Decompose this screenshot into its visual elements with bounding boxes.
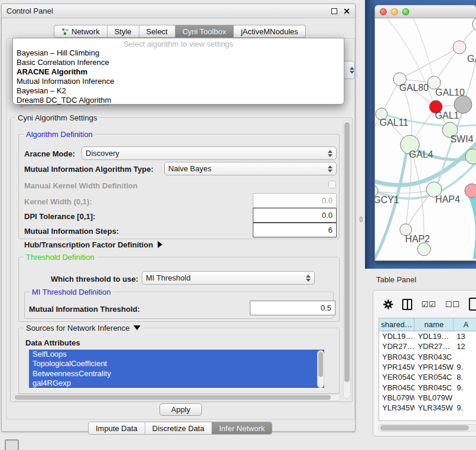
- table-toolbar: ☑☑ ☐☐: [373, 291, 476, 318]
- unselect-all-columns-icon[interactable]: ☐☐: [445, 300, 460, 309]
- table-row[interactable]: YPR145WYPR145W9.: [379, 362, 476, 372]
- table-cell: YLR345W: [415, 403, 454, 412]
- which-threshold-value: MI Threshold: [146, 273, 191, 282]
- bottom-tab-infer-network[interactable]: Infer Network: [212, 422, 272, 434]
- table-header-name[interactable]: name: [415, 318, 454, 331]
- network-icon: [61, 28, 69, 35]
- table-cell: YBR043C: [415, 353, 454, 361]
- table-header-shared[interactable]: shared…: [379, 318, 415, 331]
- tab-jactivemnodules[interactable]: jActiveMNodules: [234, 25, 305, 37]
- node-label-hap4: HAP4: [435, 194, 460, 204]
- aracne-mode-combo[interactable]: Discovery: [81, 146, 337, 160]
- network-window-titlebar[interactable]: [375, 5, 476, 18]
- tab-style[interactable]: Style: [107, 25, 139, 37]
- attributes-list-scrollbar[interactable]: [317, 350, 324, 388]
- attribute-item-gal4rgexp[interactable]: gal4RGexp: [29, 379, 324, 388]
- algorithm-option-bayesian-k2[interactable]: Bayesian – K2: [13, 86, 344, 96]
- table-row[interactable]: YDL19…YDL19…13: [379, 331, 476, 341]
- network-edge: [375, 190, 434, 193]
- table-row[interactable]: YIL052CYIL052C9: [379, 413, 476, 416]
- algorithm-option-bayesian-hill-climbing[interactable]: Bayesian – Hill Climbing: [13, 48, 344, 58]
- table-rows: YDL19…YDL19…13YDR27…YDR27…12YBR043CYBR04…: [379, 331, 476, 416]
- combo-stepper-icon: [328, 165, 332, 172]
- apply-button[interactable]: Apply: [159, 403, 202, 416]
- algorithm-option-mutual-information-inference[interactable]: Mutual Information Inference: [13, 77, 344, 86]
- network-canvas[interactable]: GAL7GAL80GAL10GAL1GAL11SWI4GAL4GCY1HAP4Y…: [375, 18, 476, 260]
- collapsed-arrow-icon: [158, 241, 162, 248]
- network-node-y[interactable]: [465, 184, 476, 198]
- attribute-item-topologicalcoefficient[interactable]: TopologicalCoefficient: [29, 359, 324, 369]
- kernel-width-field[interactable]: 0.0: [253, 193, 337, 208]
- combo-stepper-icon: [328, 150, 332, 157]
- minimized-panel-icon[interactable]: [5, 439, 19, 450]
- tab-cyni-toolbox[interactable]: Cyni Toolbox: [175, 25, 234, 37]
- mi-steps-field[interactable]: 6: [253, 223, 337, 237]
- attribute-item-betweennesscentrality[interactable]: BetweennessCentrality: [29, 369, 324, 379]
- settings-hscrollbar[interactable]: [12, 394, 341, 401]
- hub-definition-toggle[interactable]: Hub/Transcription Factor Definition: [24, 240, 162, 249]
- occluded-combo-stepper[interactable]: [343, 61, 355, 79]
- table-hscrollbar[interactable]: [378, 424, 476, 432]
- network-node-gal7[interactable]: [453, 41, 466, 54]
- table-cell: YPR145W: [415, 363, 454, 371]
- network-view-window[interactable]: GAL7GAL80GAL10GAL1GAL11SWI4GAL4GCY1HAP4Y…: [374, 5, 476, 261]
- table-cell: 8.: [454, 373, 476, 381]
- dpi-tolerance-field[interactable]: 0.0: [253, 208, 337, 223]
- mi-type-combo[interactable]: Naive Bayes: [164, 162, 337, 175]
- table-cell: YDL19…: [415, 332, 454, 341]
- network-edge: [463, 25, 476, 105]
- float-window-icon[interactable]: [331, 8, 337, 14]
- node-label-swi4: SWI4: [450, 134, 473, 144]
- panel-divider-grip[interactable]: [360, 217, 363, 222]
- table-row[interactable]: YLR345WYLR345W9.: [379, 403, 476, 413]
- close-traffic-light-icon[interactable]: [380, 8, 387, 15]
- tab-network[interactable]: Network: [54, 25, 107, 37]
- mi-threshold-value: 0.5: [321, 304, 331, 312]
- table-row[interactable]: YER054CYER054C8.: [379, 372, 476, 382]
- network-node[interactable]: [418, 243, 431, 256]
- minimize-traffic-light-icon[interactable]: [391, 8, 398, 15]
- show-columns-icon[interactable]: [402, 299, 413, 310]
- table-cell: YDL19…: [379, 332, 415, 341]
- table-cell: YIL052C: [379, 414, 415, 416]
- zoom-traffic-light-icon[interactable]: [402, 8, 409, 15]
- which-threshold-label: Which threshold to use:: [51, 275, 138, 283]
- tab-select[interactable]: Select: [139, 25, 175, 37]
- export-table-icon[interactable]: [469, 298, 476, 311]
- table-row[interactable]: YBR045CYBR045C9.: [379, 382, 476, 392]
- table-cell: 13: [454, 332, 476, 341]
- table-header-row: shared…nameA: [379, 318, 476, 331]
- mi-threshold-field[interactable]: 0.5: [250, 301, 335, 315]
- table-row[interactable]: YDR27…YDR27…12: [379, 341, 476, 351]
- close-icon[interactable]: ✕: [343, 8, 350, 14]
- node-label-hap2: HAP2: [405, 234, 430, 244]
- which-threshold-combo[interactable]: MI Threshold: [142, 271, 315, 285]
- algorithm-option-basic-correlation-inference[interactable]: Basic Correlation Inference: [13, 58, 344, 67]
- table-row[interactable]: YBR043CYBR043C: [379, 352, 476, 362]
- network-edge: [413, 18, 434, 83]
- settings-scrollbar[interactable]: [343, 120, 351, 399]
- bottom-tab-impute-data[interactable]: Impute Data: [89, 422, 145, 434]
- select-all-columns-icon[interactable]: ☑☑: [421, 300, 436, 309]
- bottom-tab-discretize-data[interactable]: Discretize Data: [145, 422, 212, 434]
- node-label-gcy1: GCY1: [375, 195, 399, 205]
- table-row[interactable]: YBL079WYBL079W: [379, 393, 476, 403]
- tab-label: Style: [115, 27, 132, 36]
- data-attributes-label: Data Attributes: [25, 338, 80, 347]
- algorithm-option-dream8-dc-tdc-algorithm[interactable]: Dream8 DC_TDC Algorithm: [13, 96, 344, 105]
- table-cell: 9.: [454, 363, 476, 371]
- panel-title: Control Panel: [6, 6, 53, 15]
- gear-icon[interactable]: [383, 299, 393, 309]
- control-panel-titlebar[interactable]: Control Panel ✕: [2, 4, 355, 18]
- mi-threshold-label: Mutual Information Threshold:: [29, 305, 140, 314]
- node-table-panel: ☑☑ ☐☐ shared…nameA YDL19…YDL19…13YDR27…Y…: [373, 290, 476, 436]
- network-node[interactable]: [454, 96, 472, 113]
- tab-label: jActiveMNodules: [241, 27, 298, 36]
- manual-kernel-checkbox[interactable]: [328, 181, 336, 188]
- table-header-a[interactable]: A: [454, 318, 476, 331]
- node-label-gal1: GAL1: [435, 110, 459, 120]
- algorithm-prompt: Select algorithm to view settings: [13, 40, 344, 48]
- attribute-item-selfloops[interactable]: SelfLoops: [29, 350, 324, 359]
- algorithm-list: Bayesian – Hill ClimbingBasic Correlatio…: [13, 48, 344, 105]
- algorithm-option-aracne-algorithm[interactable]: ARACNE Algorithm: [13, 67, 344, 77]
